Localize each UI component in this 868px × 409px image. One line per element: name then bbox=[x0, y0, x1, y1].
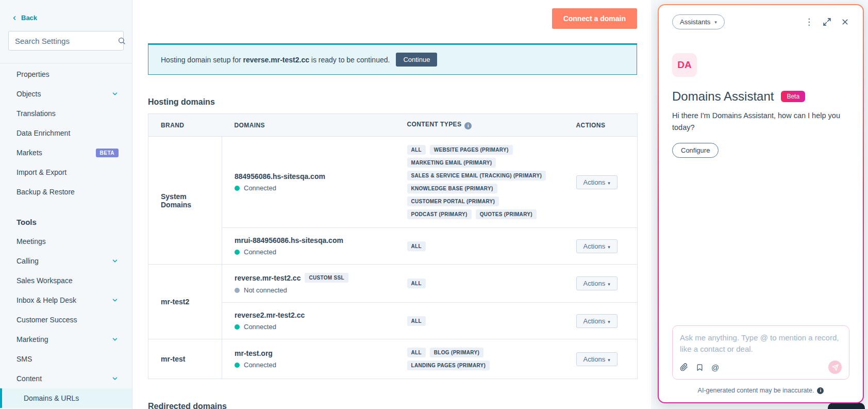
content-type-badge: PODCAST (PRIMARY) bbox=[407, 209, 472, 219]
actions-button[interactable]: Actions▾ bbox=[576, 314, 617, 328]
table-row: mr-testmr-test.orgConnectedALLBLOG (PRIM… bbox=[148, 339, 638, 379]
caret-down-icon: ▾ bbox=[608, 319, 610, 324]
bookmark-icon[interactable] bbox=[696, 364, 704, 371]
sidebar-tools-nav: MeetingsCallingSales WorkspaceInbox & He… bbox=[0, 232, 132, 388]
status-text: Connected bbox=[244, 323, 276, 331]
domain-name: reverse2.mr-test2.cc bbox=[235, 311, 305, 319]
content-types-cell: ALLBLOG (PRIMARY)LANDING PAGES (PRIMARY) bbox=[395, 339, 564, 379]
actions-button[interactable]: Actions▾ bbox=[576, 239, 617, 253]
sidebar-item-sms[interactable]: SMS bbox=[0, 349, 132, 369]
content-types-cell: ALL bbox=[395, 228, 564, 265]
sidebar-item-calling[interactable]: Calling bbox=[0, 251, 132, 271]
sidebar-item-import-export[interactable]: Import & Export bbox=[0, 162, 132, 182]
column-actions: ACTIONS bbox=[564, 114, 638, 137]
sidebar-item-backup-restore[interactable]: Backup & Restore bbox=[0, 182, 132, 202]
expand-icon[interactable] bbox=[823, 18, 831, 26]
hosting-setup-banner: Hosting domain setup for reverse.mr-test… bbox=[148, 43, 637, 75]
sidebar-item-content[interactable]: Content bbox=[0, 369, 132, 388]
domain-cell: mrui-884956086.hs-sitesqa.comConnected bbox=[222, 228, 395, 265]
continue-button[interactable]: Continue bbox=[396, 53, 437, 67]
sidebar-item-markets[interactable]: MarketsBETA bbox=[0, 143, 132, 162]
assistant-input-box[interactable]: @ bbox=[672, 325, 849, 380]
sidebar-item-properties[interactable]: Properties bbox=[0, 64, 132, 84]
sidebar-item-label: Marketing bbox=[16, 335, 48, 343]
sidebar-item-label: Data Enrichment bbox=[16, 129, 70, 137]
sidebar-item-domains-urls[interactable]: Domains & URLs bbox=[0, 388, 132, 408]
more-options-icon[interactable]: ⋮ bbox=[805, 18, 813, 26]
status-dot bbox=[235, 288, 240, 293]
info-icon[interactable]: i bbox=[464, 122, 472, 129]
search-settings-box[interactable] bbox=[8, 31, 124, 51]
sidebar-item-data-enrichment[interactable]: Data Enrichment bbox=[0, 123, 132, 143]
sidebar-item-customer-success[interactable]: Customer Success bbox=[0, 310, 132, 330]
configure-button[interactable]: Configure bbox=[672, 143, 719, 158]
sidebar-item-label: Content bbox=[16, 374, 42, 383]
sidebar-item-meetings[interactable]: Meetings bbox=[0, 232, 132, 251]
status-text: Connected bbox=[244, 361, 276, 369]
content-type-badge: KNOWLEDGE BASE (PRIMARY) bbox=[407, 184, 497, 193]
bottom-corner-widget[interactable] bbox=[828, 403, 865, 409]
mention-icon[interactable]: @ bbox=[711, 363, 719, 372]
chevron-down-icon[interactable] bbox=[111, 297, 119, 304]
back-label: Back bbox=[21, 14, 37, 22]
domain-name: reverse.mr-test2.cc bbox=[235, 274, 301, 282]
search-settings-input[interactable] bbox=[15, 37, 118, 45]
main-content: Connect a domain Hosting domain setup fo… bbox=[132, 0, 651, 409]
actions-button[interactable]: Actions▾ bbox=[576, 276, 617, 290]
custom-ssl-badge: CUSTOM SSL bbox=[305, 273, 348, 283]
chevron-down-icon[interactable] bbox=[111, 90, 119, 97]
sidebar-item-inbox-help-desk[interactable]: Inbox & Help Desk bbox=[0, 290, 132, 310]
actions-button[interactable]: Actions▾ bbox=[576, 352, 617, 366]
sidebar-item-sales-workspace[interactable]: Sales Workspace bbox=[0, 271, 132, 290]
send-button[interactable] bbox=[828, 361, 842, 374]
close-icon[interactable] bbox=[841, 18, 849, 26]
sidebar-item-label: SMS bbox=[16, 355, 32, 363]
actions-button[interactable]: Actions▾ bbox=[576, 175, 617, 189]
status-dot bbox=[235, 363, 240, 368]
table-header-row: BRAND DOMAINS CONTENT TYPESi ACTIONS bbox=[148, 114, 638, 137]
caret-down-icon: ▾ bbox=[608, 282, 610, 287]
beta-badge: Beta bbox=[781, 91, 805, 102]
status-dot bbox=[235, 324, 240, 330]
assistant-title: Domains Assistant bbox=[672, 89, 774, 104]
sidebar-item-label: Calling bbox=[16, 257, 39, 265]
settings-sidebar: Back PropertiesObjectsTranslationsData E… bbox=[0, 0, 132, 409]
search-icon bbox=[118, 37, 126, 45]
caret-down-icon: ▾ bbox=[608, 244, 610, 250]
chevron-down-icon[interactable] bbox=[111, 257, 119, 265]
chevron-left-icon bbox=[11, 15, 18, 21]
assistant-input[interactable] bbox=[680, 332, 842, 357]
brand-cell: mr-test bbox=[148, 339, 222, 379]
hosting-domains-title: Hosting domains bbox=[148, 97, 637, 107]
caret-down-icon: ▾ bbox=[608, 357, 610, 363]
sidebar-item-label: Sales Workspace bbox=[16, 276, 73, 285]
chevron-down-icon[interactable] bbox=[111, 375, 119, 382]
sidebar-item-marketing[interactable]: Marketing bbox=[0, 330, 132, 349]
content-type-badge: ALL bbox=[407, 241, 426, 251]
connect-a-domain-button[interactable]: Connect a domain bbox=[552, 8, 637, 29]
sidebar-item-translations[interactable]: Translations bbox=[0, 104, 132, 123]
sidebar-item-label: Properties bbox=[16, 70, 49, 78]
info-icon[interactable]: i bbox=[817, 387, 824, 394]
sidebar-item-label: Inbox & Help Desk bbox=[16, 296, 76, 304]
table-row: mr-test2reverse.mr-test2.ccCUSTOM SSLNot… bbox=[148, 265, 638, 303]
sidebar-nav: PropertiesObjectsTranslationsData Enrich… bbox=[0, 63, 132, 202]
content-type-badge: LANDING PAGES (PRIMARY) bbox=[407, 361, 490, 370]
banner-text: Hosting domain setup for reverse.mr-test… bbox=[161, 56, 390, 64]
assistants-selector[interactable]: Assistants ▾ bbox=[672, 14, 725, 29]
assistant-avatar: DA bbox=[672, 53, 697, 77]
status-text: Connected bbox=[244, 248, 276, 256]
tools-heading: Tools bbox=[0, 212, 132, 232]
domain-name: mr-test.org bbox=[235, 349, 273, 357]
brand-cell: mr-test2 bbox=[148, 265, 222, 339]
column-brand: BRAND bbox=[148, 114, 222, 137]
table-row: System Domains884956086.hs-sitesqa.comCo… bbox=[148, 137, 638, 228]
domain-name: mrui-884956086.hs-sitesqa.com bbox=[235, 236, 343, 244]
sidebar-item-label: Backup & Restore bbox=[16, 188, 75, 196]
back-link[interactable]: Back bbox=[0, 0, 46, 22]
paperclip-icon[interactable] bbox=[680, 363, 688, 371]
chevron-down-icon[interactable] bbox=[111, 336, 119, 343]
sidebar-item-objects[interactable]: Objects bbox=[0, 84, 132, 104]
content-type-badge: ALL bbox=[407, 348, 426, 357]
sidebar-item-label: Markets bbox=[16, 149, 42, 157]
